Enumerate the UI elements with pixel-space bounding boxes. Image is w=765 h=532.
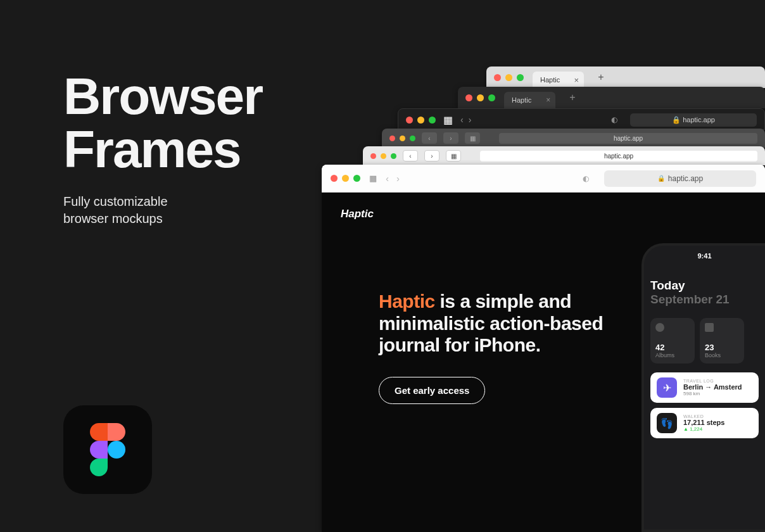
forward-button[interactable]: › [443, 132, 458, 144]
stat-tile-books[interactable]: 23 Books [700, 318, 744, 364]
traffic-lights[interactable] [494, 74, 524, 81]
browser-window-compact-light: ‹ › ▦ haptic.app [363, 146, 765, 165]
browser-window-safari-light: ▦ ‹ › ◐ 🔒 haptic.app Haptic Haptic is a … [322, 165, 765, 532]
traffic-lights[interactable] [331, 175, 360, 182]
maximize-icon[interactable] [488, 94, 495, 101]
back-button[interactable]: ‹ [460, 115, 464, 125]
traffic-lights[interactable] [370, 153, 396, 159]
maximize-icon[interactable] [410, 136, 415, 141]
book-icon [705, 323, 714, 332]
privacy-shield-icon[interactable]: ◐ [611, 115, 617, 124]
address-bar[interactable]: 🔒 haptic.app [604, 170, 756, 187]
url-text: haptic.app [614, 135, 643, 142]
maximize-icon[interactable] [391, 153, 396, 159]
maximize-icon[interactable] [517, 74, 524, 81]
privacy-shield-icon[interactable]: ◐ [583, 174, 589, 183]
sidebar-toggle-icon[interactable]: ▦ [443, 114, 453, 126]
tab-title: Haptic [512, 96, 531, 104]
minimize-icon[interactable] [342, 175, 349, 182]
plane-icon: ✈ [657, 377, 677, 398]
tab-close-icon[interactable]: × [546, 96, 550, 104]
forward-button[interactable]: › [424, 150, 439, 162]
back-button[interactable]: ‹ [386, 173, 389, 184]
lock-icon: 🔒 [657, 175, 665, 182]
close-icon[interactable] [331, 175, 338, 182]
traffic-lights[interactable] [389, 136, 415, 141]
browser-tab[interactable]: Haptic × [533, 72, 584, 88]
new-tab-button[interactable]: + [598, 72, 604, 83]
phone-mockup: 9:41 Today September 21 42 Albums 2 [642, 243, 765, 532]
close-icon[interactable] [494, 74, 501, 81]
figma-icon [63, 405, 152, 494]
page-subtitle: Fully customizable browser mockups [63, 193, 262, 227]
browser-window-safari-dark: ▦ ‹ › ◐ 🔒 haptic.app [398, 108, 765, 130]
disc-icon [655, 323, 664, 332]
svg-point-0 [108, 441, 125, 459]
cta-button[interactable]: Get early access [379, 377, 485, 404]
journal-card-travel[interactable]: ✈ TRAVEL LOG Berlin → Amsterd 598 km [650, 372, 759, 403]
maximize-icon[interactable] [353, 175, 360, 182]
url-text: haptic.app [604, 153, 633, 160]
journal-card-walked[interactable]: 👣 WALKED 17,211 steps ▲ 1,224 [650, 408, 759, 438]
browser-window-chrome-dark: Haptic × + [458, 87, 765, 108]
minimize-icon[interactable] [417, 117, 424, 124]
browser-window-compact-dark: ‹ › ▦ haptic.app [382, 129, 765, 148]
traffic-lights[interactable] [465, 94, 495, 101]
minimize-icon[interactable] [381, 153, 386, 159]
page-content: Haptic Haptic is a simple and minimalist… [322, 193, 765, 532]
stat-tile-albums[interactable]: 42 Albums [650, 318, 695, 364]
phone-status-time: 9:41 [650, 252, 759, 260]
tab-title: Haptic [540, 76, 560, 84]
back-button[interactable]: ‹ [422, 132, 437, 144]
traffic-lights[interactable] [406, 117, 436, 124]
close-icon[interactable] [406, 117, 413, 124]
address-bar[interactable]: 🔒 haptic.app [630, 113, 757, 127]
phone-today-label: Today [650, 279, 759, 293]
close-icon[interactable] [389, 136, 395, 141]
browser-tab[interactable]: Haptic × [504, 92, 555, 108]
phone-date-label: September 21 [650, 293, 759, 307]
close-icon[interactable] [370, 153, 376, 159]
url-text: haptic.app [683, 116, 715, 124]
forward-button[interactable]: › [396, 173, 400, 184]
tab-close-icon[interactable]: × [574, 75, 579, 85]
minimize-icon[interactable] [505, 74, 512, 81]
url-text: haptic.app [668, 174, 703, 183]
address-bar[interactable]: haptic.app [480, 151, 757, 162]
hero-heading: Haptic is a simple and minimalistic acti… [379, 291, 619, 357]
maximize-icon[interactable] [429, 117, 436, 124]
close-icon[interactable] [465, 94, 472, 101]
sidebar-toggle-icon[interactable]: ▦ [465, 132, 480, 144]
lock-icon: 🔒 [672, 116, 681, 124]
page-title: Browser Frames [63, 70, 262, 175]
minimize-icon[interactable] [477, 94, 484, 101]
new-tab-button[interactable]: + [569, 92, 575, 103]
sidebar-toggle-icon[interactable]: ▦ [369, 174, 377, 183]
forward-button[interactable]: › [469, 115, 472, 125]
back-button[interactable]: ‹ [403, 150, 418, 162]
haptic-logo[interactable]: Haptic [341, 208, 374, 220]
minimize-icon[interactable] [400, 136, 405, 141]
footsteps-icon: 👣 [657, 413, 677, 433]
browser-window-chrome-light: Haptic × + [486, 66, 765, 88]
browser-mockup-stack: Haptic × + Haptic × + [309, 66, 765, 532]
sidebar-toggle-icon[interactable]: ▦ [446, 150, 461, 162]
address-bar[interactable]: haptic.app [499, 133, 757, 144]
